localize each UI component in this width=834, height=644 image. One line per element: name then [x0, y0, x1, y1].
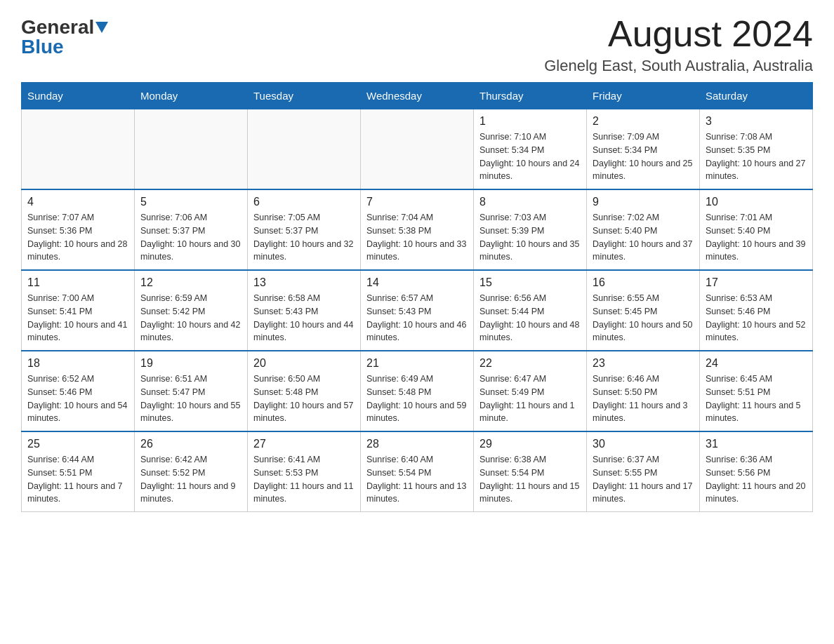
day-info: Sunrise: 6:47 AM Sunset: 5:49 PM Dayligh… — [479, 373, 581, 425]
calendar-week-row: 1Sunrise: 7:10 AM Sunset: 5:34 PM Daylig… — [22, 109, 813, 190]
logo-text: General — [21, 18, 108, 37]
day-info: Sunrise: 6:51 AM Sunset: 5:47 PM Dayligh… — [140, 373, 241, 425]
day-number: 6 — [253, 196, 355, 208]
day-info: Sunrise: 7:03 AM Sunset: 5:39 PM Dayligh… — [479, 211, 581, 264]
day-number: 13 — [253, 276, 355, 289]
calendar-cell: 27Sunrise: 6:41 AM Sunset: 5:53 PM Dayli… — [248, 431, 361, 512]
day-info: Sunrise: 6:37 AM Sunset: 5:55 PM Dayligh… — [593, 453, 694, 506]
calendar-header-saturday: Saturday — [700, 83, 813, 109]
day-number: 23 — [593, 357, 694, 370]
calendar-cell: 14Sunrise: 6:57 AM Sunset: 5:43 PM Dayli… — [361, 270, 474, 351]
calendar-cell: 12Sunrise: 6:59 AM Sunset: 5:42 PM Dayli… — [135, 270, 248, 351]
day-number: 21 — [366, 357, 468, 370]
calendar-cell: 5Sunrise: 7:06 AM Sunset: 5:37 PM Daylig… — [135, 189, 248, 270]
calendar-cell: 4Sunrise: 7:07 AM Sunset: 5:36 PM Daylig… — [22, 189, 135, 270]
calendar-cell — [135, 109, 248, 190]
day-number: 30 — [593, 438, 694, 450]
day-info: Sunrise: 6:38 AM Sunset: 5:54 PM Dayligh… — [479, 453, 581, 506]
calendar-cell: 15Sunrise: 6:56 AM Sunset: 5:44 PM Dayli… — [474, 270, 587, 351]
calendar-week-row: 4Sunrise: 7:07 AM Sunset: 5:36 PM Daylig… — [22, 189, 813, 270]
logo: General Blue — [21, 14, 108, 57]
day-info: Sunrise: 6:44 AM Sunset: 5:51 PM Dayligh… — [27, 453, 128, 506]
day-info: Sunrise: 7:04 AM Sunset: 5:38 PM Dayligh… — [366, 211, 468, 264]
calendar-week-row: 18Sunrise: 6:52 AM Sunset: 5:46 PM Dayli… — [22, 351, 813, 431]
location: Glenelg East, South Australia, Australia — [544, 57, 813, 75]
day-number: 28 — [366, 438, 468, 450]
day-number: 25 — [27, 438, 128, 450]
day-info: Sunrise: 6:36 AM Sunset: 5:56 PM Dayligh… — [706, 453, 807, 506]
day-info: Sunrise: 6:56 AM Sunset: 5:44 PM Dayligh… — [479, 292, 581, 344]
calendar-cell: 20Sunrise: 6:50 AM Sunset: 5:48 PM Dayli… — [248, 351, 361, 431]
calendar-cell: 22Sunrise: 6:47 AM Sunset: 5:49 PM Dayli… — [474, 351, 587, 431]
header-right: August 2024 Glenelg East, South Australi… — [544, 14, 813, 75]
day-number: 15 — [479, 276, 581, 289]
calendar-header-thursday: Thursday — [474, 83, 587, 109]
calendar-cell: 11Sunrise: 7:00 AM Sunset: 5:41 PM Dayli… — [22, 270, 135, 351]
calendar-cell: 21Sunrise: 6:49 AM Sunset: 5:48 PM Dayli… — [361, 351, 474, 431]
day-info: Sunrise: 6:57 AM Sunset: 5:43 PM Dayligh… — [366, 292, 468, 344]
day-number: 11 — [27, 276, 128, 289]
calendar-cell: 9Sunrise: 7:02 AM Sunset: 5:40 PM Daylig… — [587, 189, 700, 270]
calendar-cell: 13Sunrise: 6:58 AM Sunset: 5:43 PM Dayli… — [248, 270, 361, 351]
day-number: 14 — [366, 276, 468, 289]
calendar-cell: 16Sunrise: 6:55 AM Sunset: 5:45 PM Dayli… — [587, 270, 700, 351]
calendar-cell: 26Sunrise: 6:42 AM Sunset: 5:52 PM Dayli… — [135, 431, 248, 512]
calendar-cell: 2Sunrise: 7:09 AM Sunset: 5:34 PM Daylig… — [587, 109, 700, 190]
day-number: 31 — [706, 438, 807, 450]
calendar-header-friday: Friday — [587, 83, 700, 109]
page-header: General Blue August 2024 Glenelg East, S… — [21, 14, 813, 75]
day-number: 29 — [479, 438, 581, 450]
day-info: Sunrise: 7:08 AM Sunset: 5:35 PM Dayligh… — [706, 130, 807, 183]
day-number: 16 — [593, 276, 694, 289]
calendar-cell: 8Sunrise: 7:03 AM Sunset: 5:39 PM Daylig… — [474, 189, 587, 270]
day-info: Sunrise: 7:02 AM Sunset: 5:40 PM Dayligh… — [593, 211, 694, 264]
calendar-cell: 19Sunrise: 6:51 AM Sunset: 5:47 PM Dayli… — [135, 351, 248, 431]
day-number: 17 — [706, 276, 807, 289]
calendar-cell: 10Sunrise: 7:01 AM Sunset: 5:40 PM Dayli… — [700, 189, 813, 270]
calendar-cell: 17Sunrise: 6:53 AM Sunset: 5:46 PM Dayli… — [700, 270, 813, 351]
day-number: 18 — [27, 357, 128, 370]
day-info: Sunrise: 7:09 AM Sunset: 5:34 PM Dayligh… — [593, 130, 694, 183]
day-info: Sunrise: 6:41 AM Sunset: 5:53 PM Dayligh… — [253, 453, 355, 506]
calendar-table: SundayMondayTuesdayWednesdayThursdayFrid… — [21, 82, 813, 512]
calendar-cell: 29Sunrise: 6:38 AM Sunset: 5:54 PM Dayli… — [474, 431, 587, 512]
day-info: Sunrise: 7:01 AM Sunset: 5:40 PM Dayligh… — [706, 211, 807, 264]
calendar-cell: 18Sunrise: 6:52 AM Sunset: 5:46 PM Dayli… — [22, 351, 135, 431]
day-info: Sunrise: 6:52 AM Sunset: 5:46 PM Dayligh… — [27, 373, 128, 425]
day-info: Sunrise: 7:10 AM Sunset: 5:34 PM Dayligh… — [479, 130, 581, 183]
calendar-cell — [22, 109, 135, 190]
day-number: 19 — [140, 357, 241, 370]
day-info: Sunrise: 6:58 AM Sunset: 5:43 PM Dayligh… — [253, 292, 355, 344]
day-number: 10 — [706, 196, 807, 208]
day-info: Sunrise: 7:07 AM Sunset: 5:36 PM Dayligh… — [27, 211, 128, 264]
month-title: August 2024 — [544, 14, 813, 54]
day-number: 22 — [479, 357, 581, 370]
calendar-cell: 28Sunrise: 6:40 AM Sunset: 5:54 PM Dayli… — [361, 431, 474, 512]
day-info: Sunrise: 6:53 AM Sunset: 5:46 PM Dayligh… — [706, 292, 807, 344]
day-number: 8 — [479, 196, 581, 208]
calendar-header-tuesday: Tuesday — [248, 83, 361, 109]
calendar-header-sunday: Sunday — [22, 83, 135, 109]
calendar-cell: 25Sunrise: 6:44 AM Sunset: 5:51 PM Dayli… — [22, 431, 135, 512]
day-info: Sunrise: 6:45 AM Sunset: 5:51 PM Dayligh… — [706, 373, 807, 425]
calendar-cell: 3Sunrise: 7:08 AM Sunset: 5:35 PM Daylig… — [700, 109, 813, 190]
logo-triangle-icon — [95, 22, 108, 33]
calendar-header-wednesday: Wednesday — [361, 83, 474, 109]
day-number: 1 — [479, 115, 581, 128]
day-info: Sunrise: 6:59 AM Sunset: 5:42 PM Dayligh… — [140, 292, 241, 344]
calendar-header-row: SundayMondayTuesdayWednesdayThursdayFrid… — [22, 83, 813, 109]
day-info: Sunrise: 6:42 AM Sunset: 5:52 PM Dayligh… — [140, 453, 241, 506]
day-info: Sunrise: 6:46 AM Sunset: 5:50 PM Dayligh… — [593, 373, 694, 425]
day-number: 7 — [366, 196, 468, 208]
day-number: 27 — [253, 438, 355, 450]
day-info: Sunrise: 6:50 AM Sunset: 5:48 PM Dayligh… — [253, 373, 355, 425]
day-number: 20 — [253, 357, 355, 370]
calendar-week-row: 25Sunrise: 6:44 AM Sunset: 5:51 PM Dayli… — [22, 431, 813, 512]
day-info: Sunrise: 7:06 AM Sunset: 5:37 PM Dayligh… — [140, 211, 241, 264]
calendar-cell: 1Sunrise: 7:10 AM Sunset: 5:34 PM Daylig… — [474, 109, 587, 190]
day-info: Sunrise: 7:05 AM Sunset: 5:37 PM Dayligh… — [253, 211, 355, 264]
calendar-cell: 7Sunrise: 7:04 AM Sunset: 5:38 PM Daylig… — [361, 189, 474, 270]
day-info: Sunrise: 6:49 AM Sunset: 5:48 PM Dayligh… — [366, 373, 468, 425]
day-info: Sunrise: 6:40 AM Sunset: 5:54 PM Dayligh… — [366, 453, 468, 506]
day-number: 26 — [140, 438, 241, 450]
